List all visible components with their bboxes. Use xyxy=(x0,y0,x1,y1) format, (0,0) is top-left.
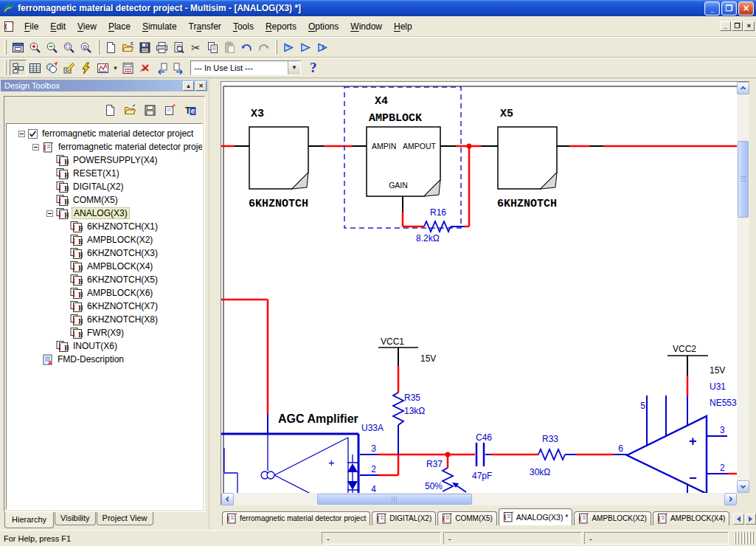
status-resize-grip[interactable] xyxy=(735,532,754,545)
spreadsheet-view-button[interactable] xyxy=(27,60,44,76)
tree-item-reset-x1-[interactable]: HRESET(X1) xyxy=(7,167,202,180)
vertical-scroll-thumb[interactable] xyxy=(738,141,749,218)
undo-button[interactable] xyxy=(238,39,255,55)
menu-file[interactable]: File xyxy=(18,19,44,34)
tab-scroll-right-button[interactable] xyxy=(745,514,756,525)
sheet-nav-button-2[interactable] xyxy=(297,39,314,55)
tree-item-label[interactable]: AMPBLOCK(X2) xyxy=(86,235,154,245)
sheet-nav-button-1[interactable] xyxy=(280,39,297,55)
hierarchy-toggle-button[interactable] xyxy=(10,60,27,76)
tree-expander-icon[interactable] xyxy=(46,210,53,217)
tree-item-label[interactable]: COMM(X5) xyxy=(72,195,119,205)
minimize-button[interactable]: _ xyxy=(704,1,720,15)
help-button[interactable]: ? xyxy=(304,60,323,76)
block-x5[interactable]: X5 6KHZNOTCH xyxy=(497,108,557,210)
menu-reports[interactable]: Reports xyxy=(260,19,302,34)
tree-item-label[interactable]: RESET(X1) xyxy=(72,168,121,179)
analysis-dropdown-arrow[interactable]: ▼ xyxy=(111,60,119,76)
block-x4[interactable]: X4 AMPBLOCK AMPIN AMPOUT GAIN xyxy=(367,95,440,196)
horizontal-scrollbar[interactable] xyxy=(221,493,737,505)
schematic-canvas[interactable]: X3 6KHZNOTCH X4 AMPBLOCK AMPIN AM xyxy=(221,82,737,493)
component-r16[interactable]: R16 8.2kΩ xyxy=(403,196,469,243)
tree-item-digital-x2-[interactable]: HDIGITAL(X2) xyxy=(7,180,202,193)
tree-item-ampblock-x2-[interactable]: HAMPBLOCK(X2) xyxy=(7,233,202,246)
component-r33[interactable]: R33 30kΩ xyxy=(490,434,627,477)
tab-hierarchy[interactable]: Hierarchy xyxy=(4,512,54,528)
print-preview-button[interactable] xyxy=(170,39,187,55)
tab-scroll-left-button[interactable] xyxy=(733,514,744,525)
dt-close-sheet-button[interactable] xyxy=(162,103,177,117)
sheet-tab-ampblock-x2-[interactable]: AMPBLOCK(X2) xyxy=(574,511,651,525)
back-annotate-button[interactable] xyxy=(153,60,170,76)
cut-button[interactable]: ✂ xyxy=(187,39,204,55)
tree-item-label[interactable]: 6KHZNOTCH(X7) xyxy=(86,301,159,311)
sheet-tab-ferromagnetic-material-detector-project[interactable]: ferromagnetic material detector project xyxy=(222,511,370,525)
scroll-right-button[interactable] xyxy=(724,493,737,505)
dt-rename-button[interactable]: Te xyxy=(182,103,197,117)
in-use-list-combobox[interactable]: --- In Use List --- ▼ xyxy=(190,61,301,75)
sheet-nav-button-3[interactable] xyxy=(314,39,331,55)
horizontal-scroll-thumb[interactable] xyxy=(317,494,472,505)
tree-item-powersupply-x4-[interactable]: HPOWERSUPPLY(X4) xyxy=(7,153,202,167)
tab-visibility[interactable]: Visibility xyxy=(55,512,96,525)
zoom-in-button[interactable] xyxy=(27,39,44,55)
menu-tools[interactable]: Tools xyxy=(227,19,260,34)
tree-expander-icon[interactable] xyxy=(32,144,39,151)
panel-close-button[interactable]: ✕ xyxy=(195,81,207,91)
erc-check-button[interactable] xyxy=(136,60,153,76)
menu-help[interactable]: Help xyxy=(388,19,418,34)
component-vcc1[interactable]: VCC1 15V xyxy=(378,336,436,366)
tree-item-analog-x3-[interactable]: HANALOG(X3) xyxy=(7,207,202,220)
tree-item-6khznotch-x7-[interactable]: H6KHZNOTCH(X7) xyxy=(7,300,202,313)
menu-window[interactable]: Window xyxy=(344,19,388,34)
menu-transfer[interactable]: Transfer xyxy=(183,19,227,34)
close-button[interactable]: ✕ xyxy=(738,1,754,15)
tree-item-label[interactable]: FMD-Description xyxy=(56,354,125,364)
tree-item-ferromagnetic-material-detector-project[interactable]: ferromagnetic material detector project xyxy=(7,127,202,140)
copy-button[interactable] xyxy=(204,39,221,55)
toolbar-grip[interactable] xyxy=(97,40,100,55)
scroll-down-button[interactable] xyxy=(737,480,749,493)
toolbar-grip[interactable] xyxy=(4,61,7,75)
redo-button[interactable] xyxy=(255,39,272,55)
menu-options[interactable]: Options xyxy=(302,19,344,34)
postprocessor-button[interactable] xyxy=(119,60,136,76)
tree-item-6khznotch-x3-[interactable]: H6KHZNOTCH(X3) xyxy=(7,246,202,260)
mdi-close-button[interactable]: × xyxy=(743,21,755,31)
tree-item-label[interactable]: INOUT(X6) xyxy=(72,341,119,351)
tree-item-label[interactable]: 6KHZNOTCH(X3) xyxy=(86,248,159,258)
block-x3[interactable]: X3 6KHZNOTCH xyxy=(249,108,308,210)
component-c46[interactable]: C46 47pF xyxy=(448,432,492,481)
tree-item-label[interactable]: POWERSUPPLY(X4) xyxy=(72,155,159,165)
scroll-up-button[interactable] xyxy=(737,82,749,94)
database-button[interactable] xyxy=(44,60,60,76)
tree-item-comm-x5-[interactable]: HCOMM(X5) xyxy=(7,193,202,207)
sheet-tab-ampblock-x4-[interactable]: AMPBLOCK(X4) xyxy=(653,511,729,525)
dt-open-button[interactable] xyxy=(122,103,137,117)
vertical-scrollbar[interactable] xyxy=(737,81,749,493)
tree-item-ferromagnetic-material-detector-project[interactable]: ferromagnetic material detector project xyxy=(7,140,202,153)
tree-checkbox-checked[interactable] xyxy=(28,129,38,139)
tree-item-fwr-x9-[interactable]: HFWR(X9) xyxy=(7,326,202,339)
panel-minimize-button[interactable]: ▴ xyxy=(183,81,194,91)
dt-save-button[interactable] xyxy=(142,103,157,117)
menu-place[interactable]: Place xyxy=(103,19,136,34)
tree-item-inout-x6-[interactable]: HINOUT(X6) xyxy=(7,339,202,353)
forward-annotate-button[interactable] xyxy=(170,60,187,76)
menu-simulate[interactable]: Simulate xyxy=(136,19,183,34)
zoom-out-button[interactable] xyxy=(44,39,60,55)
menu-view[interactable]: View xyxy=(72,19,103,34)
component-wizard-button[interactable] xyxy=(60,60,77,76)
tree-item-label[interactable]: FWR(X9) xyxy=(86,328,125,338)
zoom-full-button[interactable]: Q xyxy=(77,39,94,55)
toolbar-grip[interactable] xyxy=(275,40,277,55)
tree-item-6khznotch-x5-[interactable]: H6KHZNOTCH(X5) xyxy=(7,273,202,286)
mdi-minimize-button[interactable]: _ xyxy=(720,21,731,31)
tree-item-fmd-description[interactable]: AFMD-Description xyxy=(7,353,202,366)
dt-new-sheet-button[interactable] xyxy=(103,103,117,117)
sheet-tab-digital-x2-[interactable]: DIGITAL(X2) xyxy=(372,511,436,525)
opamp-u31[interactable]: 6 5 + − 3 2 U31 xyxy=(618,381,737,493)
print-button[interactable] xyxy=(153,39,170,55)
tree-item-label[interactable]: ANALOG(X3) xyxy=(72,207,130,219)
panel-splitter[interactable] xyxy=(209,78,221,530)
